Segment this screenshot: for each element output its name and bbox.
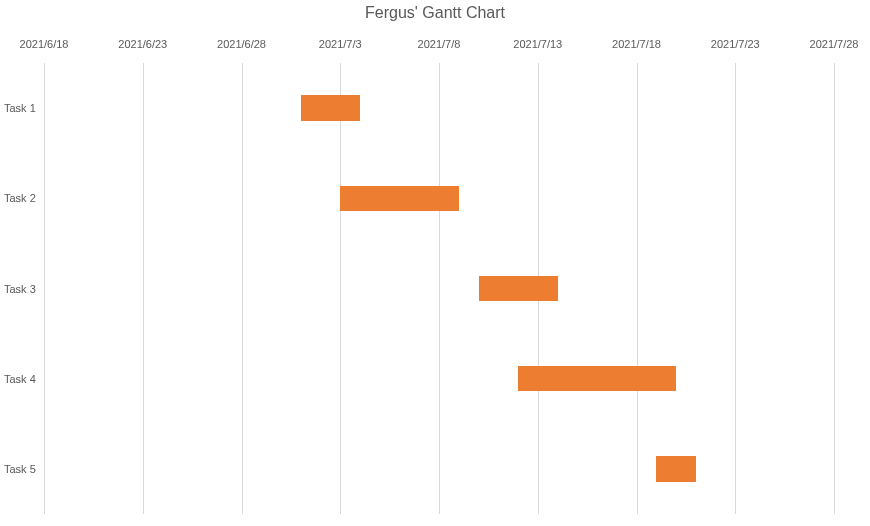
x-tick-label: 2021/7/23	[711, 38, 760, 50]
gridline	[637, 63, 638, 514]
x-tick-label: 2021/7/3	[319, 38, 362, 50]
gantt-bar	[340, 186, 459, 211]
gridline	[834, 63, 835, 514]
gridline	[242, 63, 243, 514]
gridline	[735, 63, 736, 514]
plot-area	[44, 63, 834, 514]
gridline	[340, 63, 341, 514]
x-tick-label: 2021/6/18	[20, 38, 69, 50]
x-tick-label: 2021/7/28	[810, 38, 859, 50]
gantt-bar	[518, 366, 676, 391]
x-tick-label: 2021/7/13	[513, 38, 562, 50]
x-tick-label: 2021/7/8	[418, 38, 461, 50]
x-tick-label: 2021/7/18	[612, 38, 661, 50]
x-axis-labels: 2021/6/182021/6/232021/6/282021/7/32021/…	[0, 38, 870, 56]
gantt-bar	[656, 456, 696, 481]
x-tick-label: 2021/6/28	[217, 38, 266, 50]
gantt-chart: Fergus' Gantt Chart 2021/6/182021/6/2320…	[0, 0, 870, 526]
y-tick-label: Task 2	[4, 192, 36, 204]
y-tick-label: Task 5	[4, 463, 36, 475]
y-tick-label: Task 4	[4, 373, 36, 385]
y-axis-labels: Task 1Task 2Task 3Task 4Task 5	[0, 63, 44, 514]
y-tick-label: Task 1	[4, 102, 36, 114]
gantt-bar	[479, 276, 558, 301]
gantt-bar	[301, 95, 360, 120]
gridline	[439, 63, 440, 514]
gridline	[143, 63, 144, 514]
y-tick-label: Task 3	[4, 283, 36, 295]
chart-title: Fergus' Gantt Chart	[0, 4, 870, 22]
x-tick-label: 2021/6/23	[118, 38, 167, 50]
gridline	[44, 63, 45, 514]
